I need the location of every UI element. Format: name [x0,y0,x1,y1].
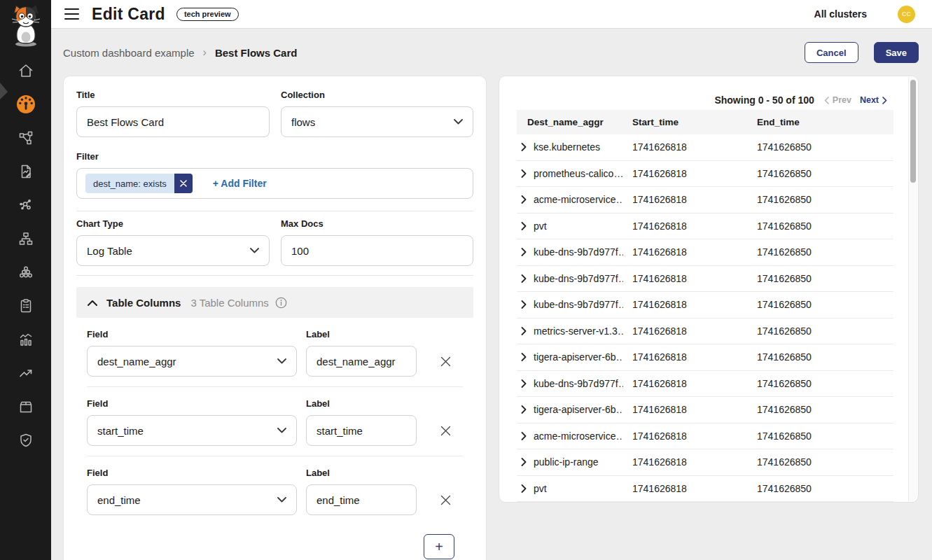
user-avatar[interactable]: CC [898,6,915,23]
remove-filter-button[interactable] [174,174,193,193]
cancel-button[interactable]: Cancel [805,42,858,63]
sidebar-item-compliance[interactable] [18,298,34,314]
filter-chip: dest_name: exists [85,174,193,193]
filter-chip-text: dest_name: exists [85,174,174,193]
chart-type-selected-value: Log Table [87,245,132,257]
calico-cat-logo[interactable] [0,0,51,51]
chart-type-select[interactable]: Log Table [76,235,270,266]
field-select[interactable]: dest_name_aggr [87,346,297,377]
expand-row-button[interactable] [521,274,527,283]
chevron-down-icon [277,497,286,503]
chevron-right-icon [521,405,527,414]
chart-type-label: Chart Type [76,218,270,229]
expand-row-button[interactable] [521,248,527,256]
table-row[interactable]: kube-dns-9b7d977f… 1741626818 1741626850 [517,292,893,318]
scrollbar-thumb[interactable] [910,80,916,183]
field-selected-value: start_time [97,425,144,437]
sidebar-item-home[interactable] [18,62,34,79]
chevron-right-icon [521,353,527,361]
save-button[interactable]: Save [874,42,919,63]
label-input[interactable] [306,346,417,377]
cell-start-time: 1741626818 [632,220,757,232]
cell-start-time: 1741626818 [632,456,757,468]
remove-column-button[interactable] [436,415,456,446]
table-row[interactable]: pvt 1741626818 1741626850 [517,476,893,503]
table-row[interactable]: acme-microservice… 1741626818 1741626850 [517,187,893,214]
cell-end-time: 1741626850 [757,273,893,284]
sidebar-item-workloads[interactable] [18,264,34,281]
expand-row-button[interactable] [521,458,527,466]
chevron-right-icon [521,432,527,440]
preview-table-header: Dest_name_aggr Start_time End_time [517,110,893,134]
label-input[interactable] [306,415,417,446]
title-input[interactable] [76,106,270,137]
trend-arrow-icon [18,365,34,382]
remove-column-button[interactable] [436,484,456,515]
sidebar-item-dashboards-active[interactable] [18,96,34,113]
cluster-selector[interactable]: All clusters [814,8,867,20]
expand-row-button[interactable] [521,353,527,361]
sidebar-item-flow-visualizer[interactable] [18,197,34,214]
sidebar-item-network[interactable] [18,230,34,247]
add-filter-button[interactable]: + Add Filter [213,178,267,189]
prev-page-button[interactable]: Prev [824,95,851,105]
chevron-down-icon [454,119,463,125]
chevron-right-icon [521,195,527,204]
expand-row-button[interactable] [521,379,527,388]
sidebar-item-service-graph[interactable] [18,130,34,146]
sidebar-item-packages[interactable] [18,398,34,415]
table-row[interactable]: tigera-apiserver-6b… 1741626818 17416268… [517,344,893,371]
expand-row-button[interactable] [521,484,527,493]
sitemap-icon [18,230,34,247]
collection-select[interactable]: flows [281,106,473,137]
breadcrumb-bar: Custom dashboard example › Best Flows Ca… [63,42,919,63]
remove-column-button[interactable] [436,346,456,377]
table-row[interactable]: kube-dns-9b7d977f… 1741626818 1741626850 [517,239,893,266]
breadcrumb-parent[interactable]: Custom dashboard example [63,47,195,59]
cell-dest-name-aggr: pvt [534,483,547,494]
sidebar-item-metrics[interactable] [18,331,34,348]
cell-start-time: 1741626818 [632,168,757,179]
label-input[interactable] [306,484,417,515]
max-docs-label: Max Docs [281,218,473,229]
table-scrollbar[interactable] [908,77,917,501]
sidebar-item-trends[interactable] [18,365,34,382]
chevron-right-icon [521,484,527,493]
field-select[interactable]: end_time [87,484,297,515]
collapse-section-button[interactable] [88,300,97,306]
max-docs-input[interactable] [281,235,473,266]
expand-row-button[interactable] [521,222,527,230]
field-select[interactable]: start_time [87,415,297,446]
expand-row-button[interactable] [521,195,527,204]
table-row[interactable]: prometheus-calico… 1741626818 1741626850 [517,161,893,188]
table-row[interactable]: kse.kubernetes 1741626818 1741626850 [517,134,893,161]
field-selected-value: dest_name_aggr [97,356,176,368]
info-circle-icon [275,297,287,309]
molecule-icon [18,197,34,214]
cell-dest-name-aggr: kube-dns-9b7d977f… [534,299,623,310]
page-title: Edit Card [92,5,165,24]
add-column-button[interactable]: + [424,534,454,559]
table-row[interactable]: metrics-server-v1.3… 1741626818 17416268… [517,318,893,345]
menu-toggle-button[interactable] [64,8,79,20]
cell-start-time: 1741626818 [632,141,757,153]
cell-dest-name-aggr: acme-microservice… [534,430,623,442]
expand-row-button[interactable] [521,432,527,440]
next-page-button[interactable]: Next [860,95,887,105]
expand-row-button[interactable] [521,169,527,178]
table-row[interactable]: pvt 1741626818 1741626850 [517,214,893,240]
table-row[interactable]: kube-dns-9b7d977f… 1741626818 1741626850 [517,266,893,293]
table-row[interactable]: kube-dns-9b7d977f… 1741626818 1741626850 [517,371,893,398]
table-row[interactable]: public-ip-range 1741626818 1741626850 [517,449,893,476]
table-row[interactable]: acme-microservice… 1741626818 1741626850 [517,424,893,450]
expand-row-button[interactable] [521,327,527,335]
sidebar-item-logs[interactable] [18,163,34,180]
table-row[interactable]: tigera-apiserver-6b… 1741626818 17416268… [517,397,893,424]
table-columns-section-header[interactable]: Table Columns 3 Table Columns [76,287,473,318]
expand-row-button[interactable] [521,300,527,309]
expand-row-button[interactable] [521,405,527,414]
sidebar-item-threat-defense[interactable] [18,432,34,449]
cell-end-time: 1741626850 [757,351,893,363]
expand-row-button[interactable] [521,143,527,151]
info-icon[interactable] [275,297,287,309]
